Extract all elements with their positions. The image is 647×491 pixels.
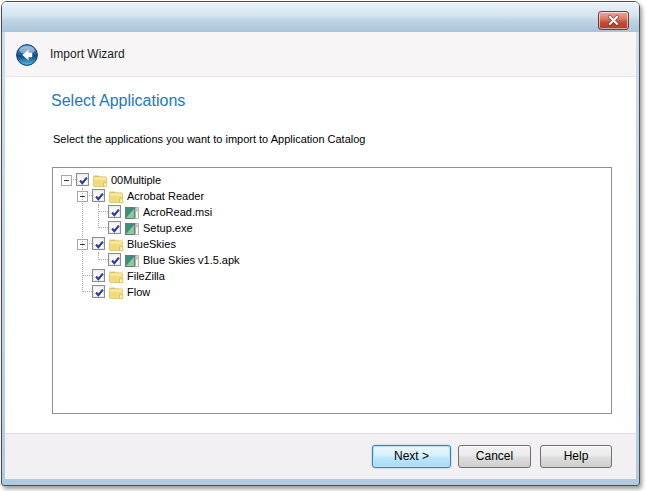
application-tree-panel: 00MultipleAcrobat ReaderAcroRead.msiSetu… xyxy=(52,167,612,414)
node-label[interactable]: AcroRead.msi xyxy=(143,204,212,220)
window-body: Import Wizard Select Applications Select… xyxy=(5,32,636,479)
back-button[interactable] xyxy=(16,44,38,66)
tree-connector-line xyxy=(98,252,99,260)
node-checkbox[interactable] xyxy=(108,221,121,234)
node-checkbox[interactable] xyxy=(92,189,105,202)
cancel-button[interactable]: Cancel xyxy=(458,445,531,468)
node-label[interactable]: BlueSkies xyxy=(127,236,176,252)
tree-row: AcroRead.msi xyxy=(53,204,611,220)
expander-toggle-icon[interactable] xyxy=(61,175,72,186)
node-label[interactable]: 00Multiple xyxy=(111,172,161,188)
node-label[interactable]: Setup.exe xyxy=(143,220,193,236)
node-checkbox[interactable] xyxy=(92,237,105,250)
tree-row: Blue Skies v1.5.apk xyxy=(53,252,611,268)
tree-row: Setup.exe xyxy=(53,220,611,236)
back-arrow-icon xyxy=(16,52,38,69)
wizard-page: Select Applications Select the applicati… xyxy=(5,78,636,433)
tree-row: FileZilla xyxy=(53,268,611,284)
next-button[interactable]: Next > xyxy=(372,445,451,468)
node-label[interactable]: Blue Skies v1.5.apk xyxy=(143,252,240,268)
instruction-text: Select the applications you want to impo… xyxy=(53,133,365,145)
tree-connector xyxy=(82,291,92,292)
tree-connector-line xyxy=(98,204,99,228)
window-titlebar[interactable] xyxy=(2,2,639,32)
node-checkbox[interactable] xyxy=(76,173,89,186)
tree-connector xyxy=(98,259,108,260)
node-checkbox[interactable] xyxy=(92,269,105,282)
wizard-footer: Next > Cancel Help xyxy=(5,433,636,479)
node-checkbox[interactable] xyxy=(108,205,121,218)
node-label[interactable]: FileZilla xyxy=(127,268,165,284)
tree-row: BlueSkies xyxy=(53,236,611,252)
tree-row: Flow xyxy=(53,284,611,300)
node-checkbox[interactable] xyxy=(92,285,105,298)
node-checkbox[interactable] xyxy=(108,253,121,266)
tree-row: Acrobat Reader xyxy=(53,188,611,204)
tree-connector-line xyxy=(82,188,83,292)
import-wizard-window: Import Wizard Select Applications Select… xyxy=(1,1,640,486)
tree-row: 00Multiple xyxy=(53,172,611,188)
wizard-title: Import Wizard xyxy=(50,32,125,77)
minus-glyph xyxy=(64,180,69,181)
wizard-header: Import Wizard xyxy=(5,32,636,77)
application-tree: 00MultipleAcrobat ReaderAcroRead.msiSetu… xyxy=(53,168,611,413)
screen: Import Wizard Select Applications Select… xyxy=(0,0,647,491)
node-label[interactable]: Acrobat Reader xyxy=(127,188,204,204)
close-button[interactable] xyxy=(598,11,629,30)
tree-connector xyxy=(82,275,92,276)
tree-connector xyxy=(98,211,108,212)
node-label[interactable]: Flow xyxy=(127,284,150,300)
help-button[interactable]: Help xyxy=(540,445,612,468)
tree-connector xyxy=(98,227,108,228)
folder-icon xyxy=(109,285,124,303)
page-heading: Select Applications xyxy=(51,92,185,110)
